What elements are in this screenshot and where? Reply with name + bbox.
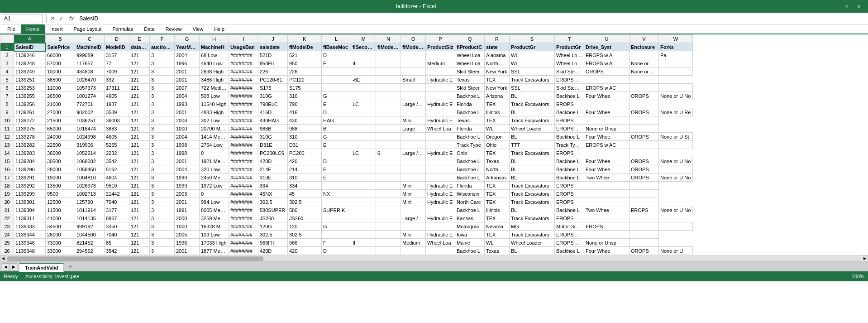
cell-C11[interactable]: 1016474 — [75, 125, 105, 133]
cell-F15[interactable]: 3 — [150, 157, 175, 165]
cell-F2[interactable]: 3 — [150, 51, 175, 59]
cell-C14[interactable]: 1052214 — [75, 149, 105, 157]
cell-P25[interactable]: Wheel Loa — [426, 239, 455, 247]
col-header-H[interactable]: H — [200, 35, 229, 43]
cell-U7[interactable]: Four Whee — [584, 92, 630, 100]
cell-P1[interactable]: ProductSiz — [426, 43, 455, 51]
cell-J5[interactable]: PC120-6E — [258, 76, 288, 84]
row-header-7[interactable]: 7 — [0, 92, 14, 100]
cell-U10[interactable] — [584, 116, 630, 125]
cell-U23[interactable]: EROPS — [584, 222, 630, 231]
ribbon-tab-insert[interactable]: Insert — [45, 24, 68, 34]
cell-V8[interactable] — [630, 100, 659, 108]
cell-I25[interactable]: ######## — [229, 239, 258, 247]
cell-U9[interactable]: Four Whee — [584, 108, 630, 116]
cell-U12[interactable]: Four Whee — [584, 133, 630, 141]
cell-J4[interactable]: 226 — [258, 67, 288, 76]
cell-F5[interactable]: 3 — [150, 76, 175, 84]
cell-T14[interactable]: EROPS — [555, 149, 584, 157]
cell-I16[interactable]: ######## — [229, 165, 258, 174]
cell-A4[interactable]: 1139249 — [14, 67, 46, 76]
cell-V24[interactable] — [630, 231, 659, 239]
name-box[interactable]: A1 — [2, 14, 43, 23]
cell-L1[interactable]: fiBaseMoc — [322, 43, 351, 51]
cell-V3[interactable]: None or Unsp — [630, 59, 659, 67]
cell-Q2[interactable]: Wheel Loa — [455, 51, 485, 59]
cell-T13[interactable]: Track Type Tractors — [555, 141, 584, 149]
cell-K4[interactable]: 226 — [288, 67, 322, 76]
cell-F23[interactable]: 3 — [150, 222, 175, 231]
cell-U22[interactable] — [584, 214, 630, 222]
cell-D13[interactable]: 5255 — [105, 141, 129, 149]
cell-E10[interactable]: 121 — [129, 116, 150, 125]
ribbon-tab-formulas[interactable]: Formulas — [107, 24, 138, 34]
cell-A24[interactable]: 1139344 — [14, 231, 46, 239]
cell-H6[interactable]: 722 Medium — [200, 84, 229, 92]
cell-R3[interactable]: North Carc — [485, 59, 510, 67]
cell-D11[interactable]: 3883 — [105, 125, 129, 133]
close-button[interactable]: ✕ — [854, 2, 864, 10]
cell-T4[interactable]: Skid Steer Loaders — [555, 67, 584, 76]
cell-V1[interactable]: Enclosure — [630, 43, 659, 51]
cell-E8[interactable]: 121 — [129, 100, 150, 108]
cell-I2[interactable]: ######## — [229, 51, 258, 59]
col-header-S[interactable]: S — [510, 35, 555, 43]
cell-Q22[interactable]: Kansas — [455, 214, 485, 222]
cell-G2[interactable]: 2004 — [175, 51, 200, 59]
cell-D14[interactable]: 2232 — [105, 149, 129, 157]
cell-U11[interactable]: None or Unsp — [584, 125, 630, 133]
cell-G10[interactable]: 2008 — [175, 116, 200, 125]
cell-A8[interactable]: 1139256 — [14, 100, 46, 108]
cell-F17[interactable]: 3 — [150, 174, 175, 182]
cell-H17[interactable]: 2450 Medium — [200, 174, 229, 182]
cell-B7[interactable]: 26500 — [46, 92, 75, 100]
cell-E14[interactable]: 121 — [129, 149, 150, 157]
cell-F19[interactable]: 3 — [150, 190, 175, 198]
cell-O3[interactable] — [401, 59, 426, 67]
cell-A13[interactable]: 1139282 — [14, 141, 46, 149]
cell-O9[interactable] — [401, 108, 426, 116]
cell-I14[interactable]: ######## — [229, 149, 258, 157]
cell-G17[interactable]: 1999 — [175, 174, 200, 182]
cell-N9[interactable] — [376, 108, 401, 116]
cell-F24[interactable]: 3 — [150, 231, 175, 239]
cell-R21[interactable]: Illinois — [485, 206, 510, 214]
cell-S8[interactable]: Track Excavators — [510, 100, 555, 108]
cell-F14[interactable]: 3 — [150, 149, 175, 157]
cell-F22[interactable]: 3 — [150, 214, 175, 222]
cell-L24[interactable] — [322, 231, 351, 239]
cell-E6[interactable]: 121 — [129, 84, 150, 92]
row-header-25[interactable]: 25 — [0, 239, 14, 247]
cell-Q26[interactable]: Backhoe L — [455, 247, 485, 255]
ribbon-tab-data[interactable]: Data — [138, 24, 160, 34]
cell-L26[interactable]: D — [322, 247, 351, 255]
cell-D15[interactable]: 3542 — [105, 157, 129, 165]
cell-S4[interactable]: SSL — [510, 67, 555, 76]
cell-K13[interactable]: D31 — [288, 141, 322, 149]
cell-Q5[interactable]: Texas — [455, 76, 485, 84]
cell-U20[interactable] — [584, 198, 630, 206]
cell-M17[interactable] — [351, 174, 376, 182]
col-header-O[interactable]: O — [401, 35, 426, 43]
cell-T19[interactable]: EROPS — [555, 190, 584, 198]
col-header-N[interactable]: N — [376, 35, 401, 43]
cell-J7[interactable]: 310G — [258, 92, 288, 100]
cell-R15[interactable]: Texas — [485, 157, 510, 165]
row-header-26[interactable]: 26 — [0, 247, 14, 255]
cell-C9[interactable]: 902002 — [75, 108, 105, 116]
row-header-11[interactable]: 11 — [0, 125, 14, 133]
add-sheet-button[interactable]: ＋ — [66, 262, 75, 271]
cell-Q23[interactable]: Motorgrac — [455, 222, 485, 231]
cell-K7[interactable]: 310 — [288, 92, 322, 100]
sheet-nav-prev[interactable]: ◀ — [2, 263, 9, 270]
cell-L9[interactable]: D — [322, 108, 351, 116]
cell-S1[interactable]: ProductGr — [510, 43, 555, 51]
cell-I13[interactable]: ######## — [229, 141, 258, 149]
ribbon-tab-help[interactable]: Help — [209, 24, 230, 34]
cell-G6[interactable]: 2007 — [175, 84, 200, 92]
cell-D24[interactable]: 7040 — [105, 231, 129, 239]
cell-D5[interactable]: 332 — [105, 76, 129, 84]
cell-H11[interactable]: 20700 Medium — [200, 125, 229, 133]
cell-M22[interactable] — [351, 214, 376, 222]
cell-J9[interactable]: 416D — [258, 108, 288, 116]
